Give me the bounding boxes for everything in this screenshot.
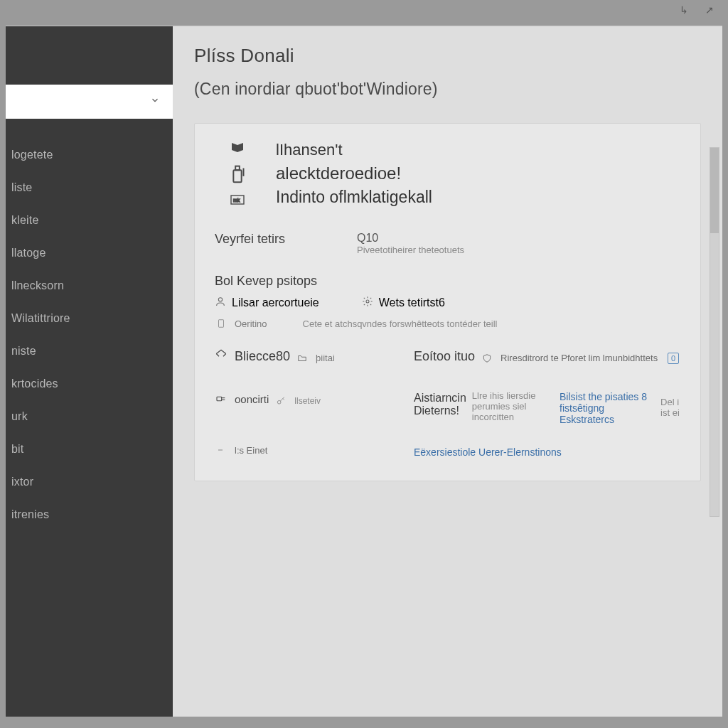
- repo-right-label: Wets tetirtst6: [379, 296, 445, 309]
- footer-right-sub-label: Riresditrord te Pforet lim lmunbidhttets: [500, 353, 658, 363]
- bottle-icon: [225, 162, 250, 186]
- key-icon: [274, 395, 287, 407]
- svg-point-11: [278, 400, 282, 404]
- footer-left-sub-label: þiitai: [316, 353, 335, 363]
- person-icon: [215, 296, 226, 310]
- repo-left-label: Lilsar aercortueie: [232, 296, 319, 309]
- repo-section: Bol Kevep psitops Lilsar aercortueie: [215, 274, 680, 330]
- repo-row: Lilsar aercortueie Wets tetirtst6: [215, 296, 680, 310]
- advanced-left-row: ooncirti: [215, 392, 269, 405]
- sidebar-item-label: kleite: [11, 214, 39, 227]
- dash-icon: [215, 444, 228, 456]
- tag-icon: [215, 348, 228, 365]
- chevron-down-icon: [150, 95, 160, 108]
- sidebar-item-label: itrenies: [11, 508, 49, 521]
- scrollbar[interactable]: [710, 147, 719, 517]
- repo-sub-desc: Cete et atchsqvndes forswhêtteots tontéd…: [303, 318, 498, 329]
- hero-icon-stack: mk: [215, 141, 260, 208]
- sidebar-item-2[interactable]: kleite: [6, 204, 173, 237]
- svg-rect-1: [235, 166, 240, 171]
- advanced-left-sub-label: llseteiv: [294, 396, 321, 406]
- scrollbar-thumb[interactable]: [710, 148, 719, 233]
- version-value: Q10: [357, 232, 464, 245]
- sidebar-item-9[interactable]: bit: [6, 433, 173, 466]
- svg-rect-7: [219, 320, 224, 328]
- footer-right-title: Eoítoo ituo: [414, 349, 475, 364]
- sidebar-item-8[interactable]: urk: [6, 400, 173, 433]
- sidebar-item-5[interactable]: Wilatittriore: [6, 302, 173, 335]
- version-note: Piveetotiheirer theteotuets: [357, 245, 464, 255]
- footer-section: Bliecce80 þiitai Eoítoo it: [215, 348, 680, 372]
- last-left-label: l:s Einet: [235, 445, 267, 456]
- page-subtitle: (Сen inordiar qbuot'bot'Windiore): [194, 80, 701, 99]
- advanced-right-link[interactable]: Bilsist the pisaties 8 fistsêtigng Eskst…: [560, 391, 655, 425]
- version-label: Veyrfei tetirs: [215, 232, 336, 247]
- hero-text: lIhansen't alecktderoedioe! Indinto oflm…: [276, 141, 432, 208]
- sidebar-item-0[interactable]: logetete: [6, 139, 173, 171]
- advanced-left-subrow: llseteiv: [274, 395, 321, 407]
- hero-line1: lIhansen't: [276, 141, 432, 159]
- sidebar-item-label: Wilatittriore: [11, 312, 70, 325]
- advanced-section: ooncirti llseteiv Aistiarn: [215, 390, 680, 425]
- repo-sub-label: Oeritino: [235, 318, 267, 329]
- page-title: Plíss Donali: [194, 45, 701, 67]
- sidebar-item-label: logetete: [11, 149, 53, 161]
- sidebar-item-7[interactable]: krtocides: [6, 368, 173, 400]
- window-control-a[interactable]: ↳: [680, 4, 688, 16]
- version-row: Veyrfei tetirs Q10 Piveetotiheirer thete…: [215, 232, 680, 255]
- footer-left-sub: þiitai: [296, 352, 335, 365]
- advanced-title: Aistiarncin Dieterns!: [414, 392, 466, 417]
- window-controls: ↳ ↗: [680, 4, 714, 16]
- sidebar-item-3[interactable]: llatoge: [6, 237, 173, 269]
- repo-title: Bol Kevep psitops: [215, 274, 680, 289]
- last-right-link[interactable]: Eёxersiestiole Uerer-Elernstinons: [414, 446, 562, 458]
- repo-subrow: Oeritino Cete et atchsqvndes forswhêtteo…: [215, 317, 680, 330]
- svg-text:mk: mk: [233, 198, 240, 203]
- sidebar-item-label: niste: [11, 345, 36, 358]
- last-left: l:s Einet: [215, 444, 267, 456]
- hero-line2: alecktderoedioe!: [276, 164, 432, 183]
- footer-left-title-row: Bliecce80: [215, 348, 290, 365]
- sidebar-selected-row[interactable]: [6, 85, 173, 119]
- sidebar-item-label: ixtor: [11, 476, 33, 488]
- sidebar: logetete liste kleite llatoge llnecksorn…: [6, 26, 173, 717]
- window-control-b[interactable]: ↗: [705, 4, 714, 16]
- last-section: l:s Einet Eёxersiestiole Uerer-Elernstin…: [215, 444, 680, 461]
- gear-icon: [362, 296, 373, 310]
- sidebar-item-label: urk: [11, 410, 28, 423]
- shield-icon: [481, 352, 493, 365]
- svg-rect-0: [233, 170, 241, 182]
- advanced-right-line1: Llre ihis liersdie perumies siel incorci…: [472, 390, 554, 422]
- footer-right-sub: Riresditrord te Pforet lim lmunbidhttets…: [481, 352, 679, 365]
- hero-line3: Indinto oflmklatigekall: [276, 188, 432, 207]
- svg-point-6: [366, 300, 369, 303]
- footer-left-title: Bliecce80: [235, 349, 290, 364]
- sidebar-item-11[interactable]: itrenies: [6, 498, 173, 531]
- box-icon: mk: [227, 191, 248, 208]
- badge-count: 0: [668, 353, 679, 364]
- flag-icon: [228, 141, 247, 158]
- main-content: Plíss Donali (Сen inordiar qbuot'bot'Win…: [173, 26, 722, 717]
- plug-icon: [215, 392, 228, 405]
- sidebar-item-label: bit: [11, 443, 24, 456]
- sidebar-item-label: llnecksorn: [11, 279, 64, 292]
- sidebar-item-label: liste: [11, 181, 32, 194]
- hero-row: mk lIhansen't alecktderoedioe! Indinto o…: [215, 141, 680, 208]
- app-window: logetete liste kleite llatoge llnecksorn…: [6, 26, 722, 717]
- sidebar-item-1[interactable]: liste: [6, 171, 173, 204]
- sidebar-item-label: krtocides: [11, 378, 58, 390]
- svg-rect-8: [217, 397, 222, 400]
- info-panel: mk lIhansen't alecktderoedioe! Indinto o…: [194, 123, 701, 481]
- sidebar-item-6[interactable]: niste: [6, 335, 173, 368]
- advanced-left-label: ooncirti: [235, 393, 269, 405]
- svg-point-5: [218, 298, 222, 301]
- document-icon: [215, 317, 228, 330]
- advanced-right-line3: Del i ist ei: [660, 397, 680, 418]
- sidebar-item-10[interactable]: ixtor: [6, 466, 173, 498]
- folder-icon: [296, 352, 309, 365]
- sidebar-item-label: llatoge: [11, 247, 46, 259]
- sidebar-item-4[interactable]: llnecksorn: [6, 269, 173, 302]
